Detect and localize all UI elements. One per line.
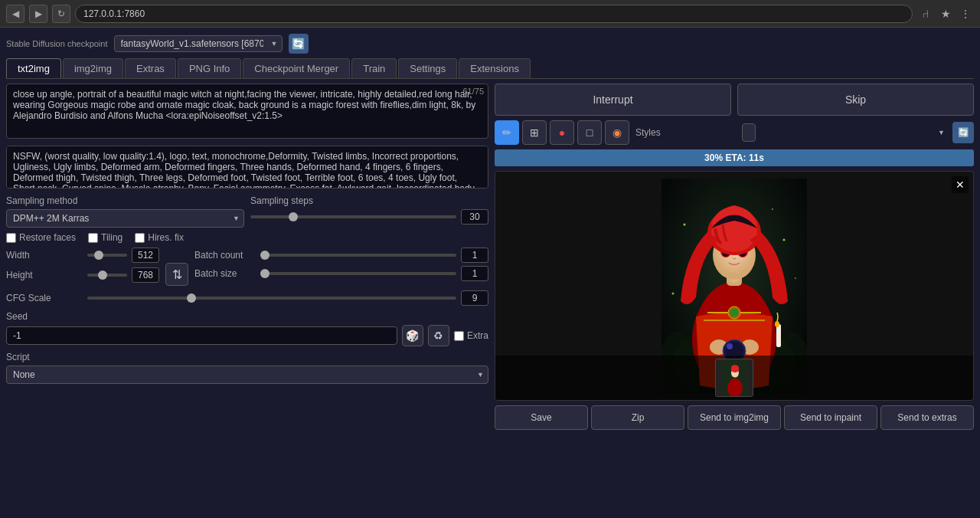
height-value[interactable] — [132, 267, 159, 283]
script-select-wrapper: None — [6, 366, 488, 384]
svg-point-4 — [684, 224, 686, 226]
restore-faces-checkbox[interactable]: Restore faces — [6, 232, 76, 243]
checkboxes-row: Restore faces Tiling Hires. fix — [6, 232, 488, 243]
url-text: 127.0.0.1:7860 — [83, 8, 145, 19]
height-slider[interactable] — [87, 274, 127, 277]
extra-input[interactable] — [454, 331, 464, 341]
tab-img2img[interactable]: img2img — [63, 58, 123, 78]
styles-label: Styles — [635, 127, 739, 138]
svg-point-5 — [783, 239, 786, 241]
seed-label: Seed — [6, 311, 28, 322]
close-image-button[interactable]: ✕ — [952, 176, 969, 193]
restore-faces-input[interactable] — [6, 233, 16, 243]
tiling-input[interactable] — [88, 233, 98, 243]
tab-checkpoint-merger[interactable]: Checkpoint Merger — [243, 58, 350, 78]
dice-button[interactable]: 🎲 — [402, 325, 423, 346]
script-row: None — [6, 366, 488, 384]
image-display-area: ✕ — [495, 171, 974, 401]
save-button[interactable]: Save — [495, 405, 588, 430]
thumbnail-item[interactable] — [715, 359, 753, 397]
checkpoint-bar: Stable Diffusion checkpoint fantasyWorld… — [6, 34, 974, 54]
sampling-method-label: Sampling method — [6, 195, 244, 206]
forward-button[interactable]: ▶ — [29, 5, 47, 23]
sampling-steps-slider[interactable] — [250, 215, 456, 218]
sampling-steps-label: Sampling steps — [250, 195, 488, 206]
checkpoint-refresh-button[interactable]: 🔄 — [289, 34, 309, 54]
cfg-label: CFG Scale — [6, 293, 83, 303]
url-bar[interactable]: 127.0.0.1:7860 — [75, 5, 913, 23]
script-select[interactable]: None — [6, 366, 488, 384]
sampling-steps-value[interactable] — [461, 209, 488, 225]
recycle-button[interactable]: ♻ — [428, 325, 449, 346]
app-content: Stable Diffusion checkpoint fantasyWorld… — [0, 28, 980, 436]
main-tabs: txt2img img2img Extras PNG Info Checkpoi… — [6, 58, 974, 79]
interrupt-button[interactable]: Interrupt — [495, 84, 731, 116]
tab-extras[interactable]: Extras — [125, 58, 176, 78]
profile-icon[interactable]: ★ — [937, 5, 954, 22]
styles-select-wrapper — [742, 123, 949, 142]
styles-select[interactable] — [742, 123, 756, 142]
send-to-inpaint-button[interactable]: Send to inpaint — [784, 405, 877, 430]
pencil-icon-button[interactable]: ✏ — [495, 120, 519, 145]
height-row: Height — [6, 267, 159, 283]
negative-prompt-input[interactable] — [6, 146, 488, 189]
tab-pnginfo[interactable]: PNG Info — [178, 58, 241, 78]
tiling-checkbox[interactable]: Tiling — [88, 232, 122, 243]
svg-point-7 — [772, 208, 773, 210]
positive-prompt-input[interactable] — [6, 84, 488, 139]
extra-label: Extra — [467, 330, 488, 341]
restore-faces-label: Restore faces — [19, 232, 76, 243]
height-label: Height — [6, 270, 83, 280]
batch-size-value[interactable] — [461, 266, 488, 281]
batch-count-slider[interactable] — [260, 254, 456, 257]
color-icon-button[interactable]: ◉ — [605, 120, 629, 145]
sampling-steps-group: Sampling steps — [250, 195, 488, 225]
seed-input[interactable] — [6, 326, 397, 345]
width-label: Width — [6, 250, 83, 261]
square-icon-button[interactable]: □ — [577, 120, 602, 145]
batch-count-row: Batch count — [194, 248, 488, 263]
svg-point-9 — [795, 277, 796, 279]
send-to-img2img-button[interactable]: Send to img2img — [688, 405, 781, 430]
skip-button[interactable]: Skip — [737, 84, 974, 116]
thumbnail-strip — [495, 356, 973, 400]
grid-icon-button[interactable]: ⊞ — [522, 120, 547, 145]
back-button[interactable]: ◀ — [6, 5, 24, 23]
tab-train[interactable]: Train — [351, 58, 397, 78]
main-layout: 61/75 Sampling method DPM++ 2M Karras — [6, 84, 974, 430]
cfg-slider[interactable] — [87, 297, 456, 300]
hires-fix-checkbox[interactable]: Hires. fix — [135, 232, 184, 243]
sampling-controls-row: Sampling method DPM++ 2M Karras Sampling… — [6, 195, 488, 228]
tool-icons-row: ✏ ⊞ ● □ ◉ Styles 🔄 — [495, 120, 974, 145]
checkpoint-select[interactable]: fantasyWorld_v1.safetensors [6870d20fac] — [114, 35, 283, 52]
bottom-buttons: Save Zip Send to img2img Send to inpaint… — [495, 401, 974, 430]
batch-size-label: Batch size — [194, 268, 256, 279]
zip-button[interactable]: Zip — [591, 405, 684, 430]
palette-icon-button[interactable]: ● — [550, 120, 574, 145]
browser-icons: ⑁ ★ ⋮ — [917, 5, 974, 22]
styles-refresh-button[interactable]: 🔄 — [952, 122, 974, 143]
extensions-icon[interactable]: ⑁ — [917, 5, 934, 22]
refresh-button[interactable]: ↻ — [52, 5, 70, 23]
batch-count-value[interactable] — [461, 248, 488, 263]
tab-extensions[interactable]: Extensions — [459, 58, 531, 78]
sampling-steps-row — [250, 209, 488, 225]
sampling-method-select[interactable]: DPM++ 2M Karras — [6, 209, 244, 228]
tab-txt2img[interactable]: txt2img — [6, 58, 61, 78]
tab-settings[interactable]: Settings — [398, 58, 457, 78]
width-slider[interactable] — [87, 254, 127, 257]
extra-checkbox[interactable]: Extra — [454, 330, 488, 341]
swap-dimensions-button[interactable]: ⇅ — [165, 263, 188, 286]
svg-point-8 — [672, 293, 675, 295]
sampling-method-group: Sampling method DPM++ 2M Karras — [6, 195, 244, 228]
settings-icon[interactable]: ⋮ — [957, 5, 974, 22]
width-value[interactable] — [132, 248, 159, 263]
send-to-extras-button[interactable]: Send to extras — [880, 405, 974, 430]
batch-size-slider[interactable] — [260, 272, 456, 275]
svg-point-30 — [775, 321, 779, 327]
positive-prompt-area: 61/75 — [6, 84, 488, 141]
checkpoint-select-wrapper: fantasyWorld_v1.safetensors [6870d20fac] — [114, 35, 283, 52]
hires-fix-input[interactable] — [135, 233, 145, 243]
seed-row: 🎲 ♻ Extra — [6, 325, 488, 346]
cfg-value[interactable] — [461, 290, 488, 306]
